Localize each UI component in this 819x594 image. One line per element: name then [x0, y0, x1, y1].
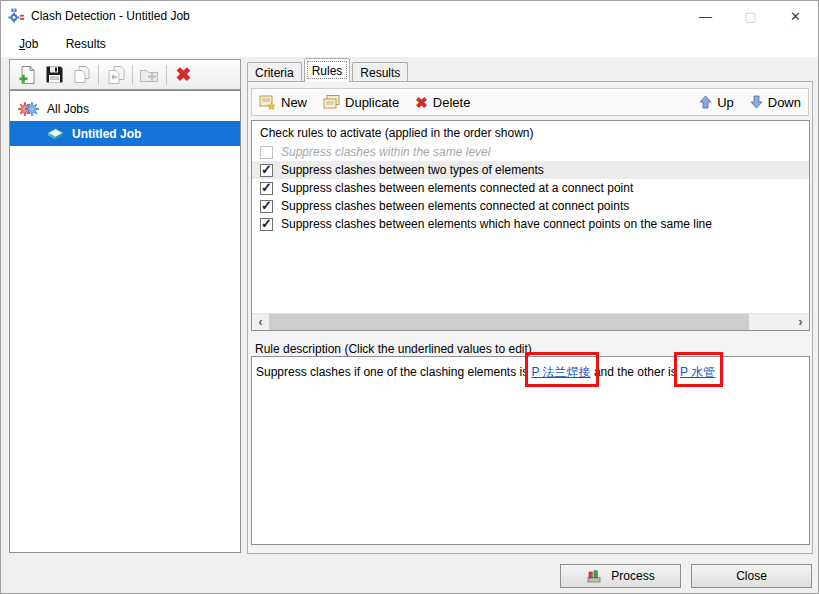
rule-row[interactable]: Suppress clashes between elements connec… [252, 179, 809, 197]
close-dialog-button[interactable]: Close [691, 564, 812, 588]
rule-label: Suppress clashes within the same level [281, 145, 490, 159]
rule-checkbox[interactable] [260, 200, 273, 213]
rule-row[interactable]: Suppress clashes between elements which … [252, 215, 809, 233]
move-up-label: Up [717, 95, 734, 110]
rule-row[interactable]: Suppress clashes between elements connec… [252, 197, 809, 215]
rules-rows: Suppress clashes within the same level S… [252, 143, 809, 233]
window-controls: — ▢ ✕ [683, 1, 818, 31]
clash-star-icon [18, 99, 40, 119]
close-button[interactable]: ✕ [773, 1, 818, 31]
menu-job[interactable]: Job [7, 31, 50, 55]
down-arrow-icon [750, 95, 763, 109]
rule-description-label: Rule description (Click the underlined v… [255, 342, 532, 356]
import-job-button[interactable] [102, 62, 129, 87]
close-label: Close [736, 569, 767, 583]
titlebar: Clash Detection - Untitled Job — ▢ ✕ [1, 1, 818, 31]
process-button[interactable]: Process [560, 564, 681, 588]
toolbar-separator [166, 65, 167, 85]
scrollbar-thumb[interactable] [269, 314, 749, 331]
up-arrow-icon [699, 95, 712, 109]
minimize-button[interactable]: — [683, 1, 728, 31]
toolbar-separator [98, 65, 99, 85]
process-label: Process [611, 569, 654, 583]
delete-rule-button[interactable]: ✖ Delete [415, 95, 470, 110]
move-down-button[interactable]: Down [750, 95, 801, 110]
job-tree: All Jobs Untitled Job [9, 90, 241, 553]
rules-toolbar: New Duplicate ✖ Delete [251, 88, 809, 116]
rule-checkbox[interactable] [260, 164, 273, 177]
new-rule-icon [259, 94, 276, 110]
new-job-icon [18, 65, 38, 85]
tab-criteria[interactable]: Criteria [247, 62, 302, 82]
rule-description-text2: and the other is [591, 365, 680, 379]
rule-row[interactable]: Suppress clashes within the same level [252, 143, 809, 161]
rule-description-box: Suppress clashes if one of the clashing … [251, 356, 810, 545]
tab-results[interactable]: Results [352, 62, 408, 82]
rule-link1-annotation: P 法兰焊接 [531, 364, 590, 381]
duplicate-rule-label: Duplicate [345, 95, 399, 110]
rules-tab-page: New Duplicate ✖ Delete [247, 81, 813, 554]
rule-checkbox[interactable] [260, 182, 273, 195]
tab-rules[interactable]: Rules [304, 58, 351, 82]
rule-label: Suppress clashes between elements connec… [281, 199, 629, 213]
rule-checkbox[interactable] [260, 218, 273, 231]
save-job-button[interactable] [41, 62, 68, 87]
tabstrip: Criteria Rules Results [247, 61, 410, 82]
rule-label: Suppress clashes between two types of el… [281, 163, 544, 177]
toolbar-separator [132, 65, 133, 85]
duplicate-rule-button[interactable]: Duplicate [323, 94, 399, 110]
rule-element-link-2[interactable]: P 水管 [680, 365, 715, 379]
rules-checklist: Check rules to activate (applied in the … [251, 120, 810, 331]
move-up-button[interactable]: Up [699, 95, 734, 110]
duplicate-rule-icon [323, 94, 340, 110]
delete-rule-icon: ✖ [415, 95, 428, 110]
save-job-icon [45, 65, 64, 84]
rule-checkbox[interactable] [260, 146, 273, 159]
scroll-right-icon[interactable]: › [792, 314, 809, 331]
clash-detection-window: Clash Detection - Untitled Job — ▢ ✕ Job… [0, 0, 819, 594]
clash-detection-app-icon [8, 8, 24, 24]
move-down-label: Down [768, 95, 801, 110]
process-icon [586, 568, 602, 584]
maximize-button[interactable]: ▢ [728, 1, 773, 31]
copy-job-icon [72, 65, 92, 85]
horizontal-scrollbar[interactable]: ‹ › [252, 313, 809, 330]
menu-results[interactable]: Results [54, 31, 118, 55]
new-rule-button[interactable]: New [259, 94, 307, 110]
rule-element-link-1[interactable]: P 法兰焊接 [531, 365, 590, 379]
import-job-icon [106, 65, 126, 85]
window-title: Clash Detection - Untitled Job [31, 9, 190, 23]
copy-job-button[interactable] [68, 62, 95, 87]
new-rule-label: New [281, 95, 307, 110]
add-folder-icon [139, 65, 160, 85]
new-job-button[interactable] [14, 62, 41, 87]
rule-label: Suppress clashes between elements connec… [281, 181, 633, 195]
scroll-left-icon[interactable]: ‹ [252, 314, 269, 331]
add-folder-button[interactable] [136, 62, 163, 87]
rule-row[interactable]: Suppress clashes between two types of el… [252, 161, 809, 179]
delete-rule-label: Delete [433, 95, 471, 110]
delete-job-button[interactable]: ✖ [170, 62, 197, 87]
tree-item-untitled-job[interactable]: Untitled Job [10, 121, 240, 146]
job-box-icon [46, 126, 65, 141]
rule-description-text1: Suppress clashes if one of the clashing … [256, 365, 531, 379]
rules-list-header: Check rules to activate (applied in the … [252, 121, 809, 143]
tree-item-label: All Jobs [47, 102, 89, 116]
delete-job-icon: ✖ [176, 65, 192, 84]
menubar: Job Results [1, 31, 818, 57]
tree-item-label: Untitled Job [72, 127, 141, 141]
tree-item-all-jobs[interactable]: All Jobs [10, 96, 240, 121]
rule-label: Suppress clashes between elements which … [281, 217, 712, 231]
rule-link2-annotation: P 水管 [680, 364, 715, 381]
job-toolbar: ✖ [9, 59, 241, 90]
